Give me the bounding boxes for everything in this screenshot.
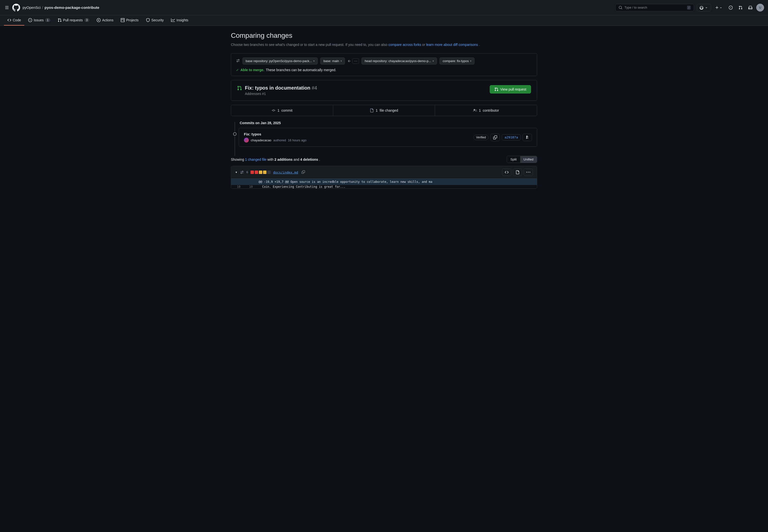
file-collapse-button[interactable]: ▾ xyxy=(235,170,238,174)
stats-row: 1 commit 1 file changed 1 contributor xyxy=(231,105,537,116)
copilot-button[interactable] xyxy=(697,4,711,11)
base-branch-select[interactable]: base: main ▾ xyxy=(320,57,345,65)
security-nav-icon xyxy=(146,18,150,22)
chevron-down-icon xyxy=(704,6,708,10)
diff-indicator xyxy=(251,171,271,174)
file-more-options-button[interactable] xyxy=(524,169,533,176)
commits-timeline: Commits on Jan 28, 2025 Fix: typos chaya… xyxy=(231,121,537,156)
file-moved-icon xyxy=(240,170,244,174)
pr-card-left: Fix: typos in documentation #4 Addresses… xyxy=(237,85,317,96)
commits-date: Commits on Jan 28, 2025 xyxy=(240,121,281,125)
compare-branch-select[interactable]: compare: fix-typos ▾ xyxy=(439,57,475,65)
base-branch-caret: ▾ xyxy=(341,60,342,62)
learn-more-link[interactable]: learn more about diff comparisons xyxy=(426,43,478,47)
hamburger-menu-button[interactable] xyxy=(4,5,10,11)
changed-file-link[interactable]: 1 changed file xyxy=(245,158,266,161)
browse-files-button[interactable] xyxy=(523,134,532,141)
path-separator: / xyxy=(42,5,43,10)
diff-sq-5 xyxy=(267,171,271,174)
with-text: with xyxy=(267,158,275,161)
view-file-code-button[interactable] xyxy=(502,169,511,176)
pr-nav-icon xyxy=(58,18,62,22)
tab-insights-label: Insights xyxy=(176,18,188,22)
diff-hunk-header: @@ -19,9 +19,7 @@ Open source is an incr… xyxy=(256,179,537,185)
commit-author[interactable]: chayadecacao xyxy=(251,138,271,142)
commit-action: authored xyxy=(273,138,286,142)
pr-title: Fix: typos in documentation #4 xyxy=(245,85,317,91)
commit-hash[interactable]: a29107a xyxy=(502,134,521,140)
commit-card: Fix: typos chayadecacao authored 16 hour… xyxy=(239,128,537,147)
additions-count: 2 additions xyxy=(274,158,292,161)
merge-status-text: Able to merge. xyxy=(240,68,264,72)
insights-nav-icon xyxy=(171,18,175,22)
commit-title: Fix: typos xyxy=(244,132,306,136)
tab-projects[interactable]: Projects xyxy=(117,15,142,26)
org-name[interactable]: pyOpenSci xyxy=(23,5,40,10)
diff-table: @@ -19,9 +19,7 @@ Open source is an incr… xyxy=(231,179,537,188)
compare-dots-button[interactable]: ··· xyxy=(352,58,359,64)
commit-actions: Verified a29107a xyxy=(473,134,532,141)
file-card-header: ▾ 6 docs/index.md xyxy=(231,166,537,179)
arrow-left-icon xyxy=(347,59,351,63)
new-button[interactable] xyxy=(713,5,725,11)
avatar[interactable]: U xyxy=(756,4,764,12)
head-repo-select[interactable]: head repository: chayadecacao/pyos-demo-… xyxy=(361,57,437,65)
merge-desc: These branches can be automatically merg… xyxy=(266,68,336,72)
diff-context-row: 10 10 Coin. Experiencing Contributing is… xyxy=(231,185,537,188)
pr-btn-icon xyxy=(494,87,498,91)
compare-row: base repository: pyOpenSci/pyos-demo-pac… xyxy=(236,57,532,65)
diff-header: Showing 1 changed file with 2 additions … xyxy=(231,156,537,163)
nav-tabs: Code Issues 1 Pull requests 3 Actions Pr… xyxy=(0,15,768,26)
diff-line-num-right xyxy=(243,179,256,185)
chevron-down-icon-new xyxy=(719,6,723,10)
issues-button[interactable] xyxy=(727,5,735,11)
diff-line-num-1r: 10 xyxy=(243,185,256,188)
merge-status: ✓ Able to merge. These branches can be a… xyxy=(236,68,532,72)
header-actions: U xyxy=(697,4,764,12)
header-left: pyOpenSci / pyos-demo-package-contribute xyxy=(4,4,99,12)
projects-nav-icon xyxy=(121,18,125,22)
head-repo-caret: ▾ xyxy=(433,60,434,62)
contributors-stat: 1 contributor xyxy=(435,105,537,116)
split-view-button[interactable]: Split xyxy=(507,156,520,163)
code-view-icon xyxy=(505,170,509,174)
search-bar[interactable]: Type / to search / xyxy=(615,4,694,11)
base-repo-select[interactable]: base repository: pyOpenSci/pyos-demo-pac… xyxy=(242,57,318,65)
compare-forks-link[interactable]: compare across forks xyxy=(388,43,421,47)
timeline-dot xyxy=(233,132,237,136)
commit-info: Fix: typos chayadecacao authored 16 hour… xyxy=(244,132,306,143)
search-kbd: / xyxy=(687,6,691,10)
timeline-content: Commits on Jan 28, 2025 Fix: typos chaya… xyxy=(239,121,537,151)
commit-time: 16 hours ago xyxy=(288,138,306,142)
pull-requests-button[interactable] xyxy=(737,5,744,11)
diff-sq-2 xyxy=(255,171,258,174)
inbox-button[interactable] xyxy=(746,5,754,11)
tab-security[interactable]: Security xyxy=(143,15,167,26)
copy-commit-hash-button[interactable] xyxy=(490,134,500,141)
header: pyOpenSci / pyos-demo-package-contribute… xyxy=(0,0,768,15)
tab-code-label: Code xyxy=(13,18,21,22)
files-label: file changed xyxy=(380,108,398,112)
view-file-button[interactable] xyxy=(513,169,522,176)
lines-count: 6 xyxy=(246,171,248,174)
copy-file-path-button[interactable] xyxy=(301,170,306,175)
diff-summary-end: . xyxy=(319,158,320,161)
diff-summary: Showing 1 changed file with 2 additions … xyxy=(231,158,320,161)
tab-security-label: Security xyxy=(151,18,164,22)
tab-code[interactable]: Code xyxy=(4,15,24,26)
tab-pr-label: Pull requests xyxy=(63,18,83,22)
compare-box: base repository: pyOpenSci/pyos-demo-pac… xyxy=(231,53,537,76)
tab-projects-label: Projects xyxy=(126,18,139,22)
tab-issues[interactable]: Issues 1 xyxy=(25,15,53,26)
base-repo-label: base repository: pyOpenSci/pyos-demo-pac… xyxy=(246,59,312,63)
unified-view-button[interactable]: Unified xyxy=(520,156,537,163)
repo-name[interactable]: pyos-demo-package-contribute xyxy=(45,5,99,10)
pr-card-icon xyxy=(237,86,242,91)
tab-insights[interactable]: Insights xyxy=(168,15,192,26)
search-icon xyxy=(619,6,622,10)
view-pull-request-button[interactable]: View pull request xyxy=(490,85,531,93)
plus-icon xyxy=(715,6,719,10)
tab-pull-requests[interactable]: Pull requests 3 xyxy=(54,15,93,26)
tab-actions[interactable]: Actions xyxy=(93,15,117,26)
file-name[interactable]: docs/index.md xyxy=(273,171,298,174)
